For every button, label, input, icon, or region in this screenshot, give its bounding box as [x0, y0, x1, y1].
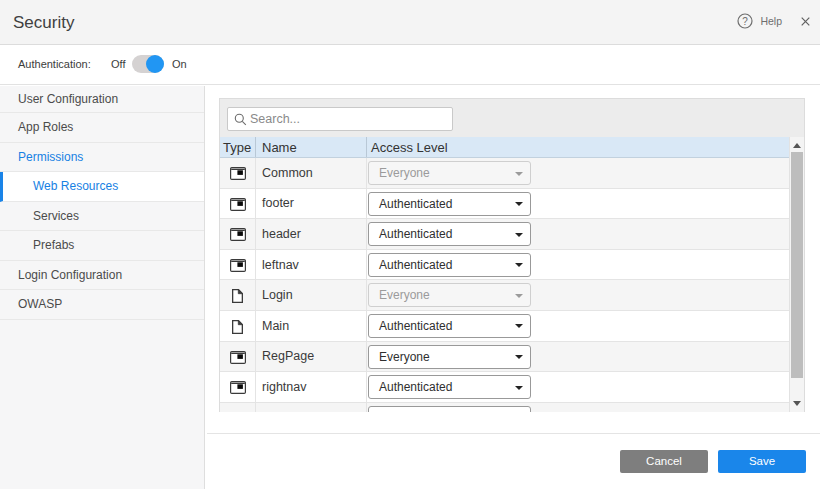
svg-text:?: ? [743, 16, 749, 27]
